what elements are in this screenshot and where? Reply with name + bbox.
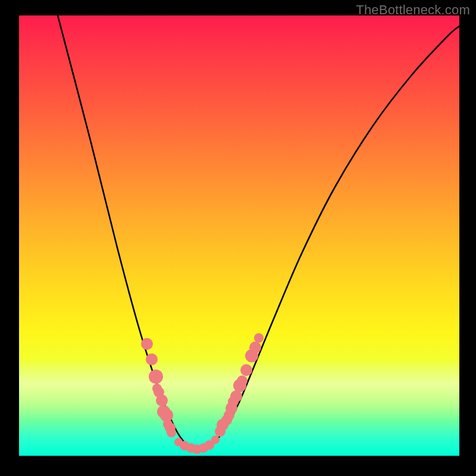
watermark-text: TheBottleneck.com [356,2,470,18]
plot-area [19,15,459,456]
background-gradient [19,15,459,456]
chart-stage: TheBottleneck.com [0,0,476,476]
